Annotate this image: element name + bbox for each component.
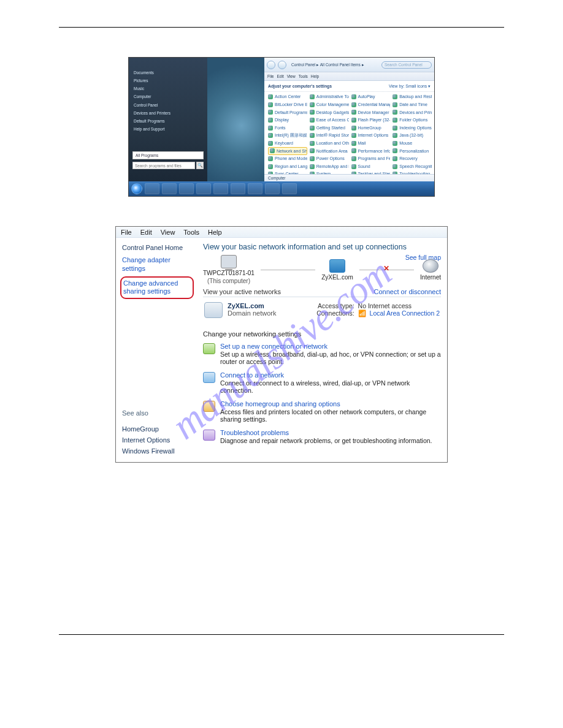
- start-search-input[interactable]: [132, 162, 195, 169]
- control-panel-item[interactable]: Getting Started: [310, 124, 349, 132]
- control-panel-item[interactable]: Administrative Tools: [310, 93, 349, 101]
- view-by-dropdown[interactable]: View by: Small icons ▾: [389, 84, 431, 88]
- menu-item[interactable]: Help: [208, 229, 222, 236]
- start-menu-item[interactable]: Documents: [132, 69, 204, 77]
- control-panel-item[interactable]: Intel(R) 圖形和媒體: [268, 132, 307, 140]
- all-programs[interactable]: All Programs: [132, 151, 204, 159]
- breadcrumb[interactable]: Control Panel ▸ All Control Panel Items …: [289, 63, 379, 67]
- networking-option-item[interactable]: Connect to a networkConnect or reconnect…: [203, 371, 441, 394]
- control-panel-item[interactable]: Display: [268, 116, 307, 124]
- control-panel-item[interactable]: Notification Area Icons: [310, 147, 349, 155]
- control-panel-item[interactable]: Folder Options: [393, 116, 432, 124]
- control-panel-item[interactable]: HomeGroup: [351, 124, 391, 132]
- start-menu-item[interactable]: Control Panel: [132, 101, 204, 109]
- start-menu-item[interactable]: Devices and Printers: [132, 109, 204, 117]
- start-menu-item[interactable]: Help and Support: [132, 125, 204, 133]
- taskbar-pin[interactable]: [265, 183, 280, 194]
- option-description: Set up a wireless, broadband, dial-up, a…: [220, 351, 441, 365]
- control-panel-item[interactable]: Ease of Access Center: [310, 116, 349, 124]
- control-panel-item[interactable]: Speech Recognition: [393, 162, 432, 170]
- change-adapter-settings-link[interactable]: Change adapter settings: [122, 256, 192, 273]
- map-node-computer: TWPCZT01871-01 (This computer): [203, 255, 255, 284]
- taskbar-pin[interactable]: [145, 183, 159, 194]
- control-panel-item[interactable]: Fonts: [268, 124, 307, 132]
- taskbar[interactable]: [129, 181, 434, 196]
- control-panel-item[interactable]: Devices and Printers: [393, 108, 432, 116]
- see-also-windows-firewall[interactable]: Windows Firewall: [122, 447, 192, 455]
- menu-item[interactable]: Edit: [140, 229, 152, 236]
- taskbar-pin[interactable]: [248, 183, 262, 194]
- start-menu-item[interactable]: Default Programs: [132, 117, 204, 125]
- menu-item[interactable]: View: [161, 229, 175, 236]
- start-menu-item[interactable]: Music: [132, 85, 204, 93]
- taskbar-pin[interactable]: [196, 183, 211, 194]
- connection-link[interactable]: Local Area Connection 2: [370, 309, 440, 317]
- network-badge-icon: [204, 302, 223, 318]
- control-panel-item[interactable]: Sound: [351, 162, 391, 170]
- taskbar-pin[interactable]: [282, 183, 297, 194]
- menu-item[interactable]: Tools: [183, 229, 199, 236]
- cp-item-icon: [393, 118, 397, 123]
- menu-bar[interactable]: FileEditViewToolsHelp: [116, 227, 447, 238]
- window-search-input[interactable]: Search Control Panel: [381, 61, 432, 69]
- menu-item[interactable]: Tools: [299, 74, 308, 78]
- control-panel-item[interactable]: Indexing Options: [393, 124, 432, 132]
- control-panel-item[interactable]: AutoPlay: [351, 93, 391, 101]
- control-panel-item[interactable]: Location and Other Sensors: [310, 140, 349, 148]
- control-panel-item[interactable]: Phone and Modem: [268, 155, 307, 163]
- control-panel-item[interactable]: Color Management: [310, 101, 349, 109]
- menu-item[interactable]: File: [267, 74, 274, 78]
- control-panel-item[interactable]: Internet Options: [351, 132, 391, 140]
- nav-forward-button[interactable]: [278, 61, 286, 69]
- control-panel-item[interactable]: Keyboard: [268, 140, 307, 148]
- control-panel-item[interactable]: Intel® Rapid Storage Technology: [310, 132, 349, 140]
- control-panel-item[interactable]: Flash Player (32-bit): [351, 116, 391, 124]
- control-panel-item[interactable]: Device Manager: [351, 108, 391, 116]
- control-panel-item[interactable]: Performance Information and Tools: [351, 147, 391, 155]
- control-panel-item[interactable]: Programs and Features: [351, 155, 391, 163]
- see-also-homegroup[interactable]: HomeGroup: [122, 425, 192, 433]
- start-menu-item[interactable]: Computer: [132, 93, 204, 100]
- control-panel-home-link[interactable]: Control Panel Home: [122, 244, 192, 251]
- control-panel-item[interactable]: Backup and Restore: [393, 93, 432, 101]
- see-full-map-link[interactable]: See full map: [405, 254, 441, 261]
- see-also-internet-options[interactable]: Internet Options: [122, 436, 192, 444]
- start-menu-item[interactable]: Pictures: [132, 77, 204, 85]
- taskbar-pin[interactable]: [162, 183, 177, 194]
- menu-item[interactable]: Edit: [277, 74, 283, 78]
- control-panel-item[interactable]: Java (32-bit): [393, 132, 432, 140]
- cp-item-icon: [393, 94, 397, 99]
- menu-item[interactable]: Help: [311, 74, 319, 78]
- control-panel-item[interactable]: Recovery: [393, 155, 432, 163]
- control-panel-item[interactable]: Credential Manager: [351, 101, 391, 109]
- menu-item[interactable]: File: [121, 229, 132, 236]
- control-panel-item[interactable]: Action Center: [268, 93, 307, 101]
- start-search-go[interactable]: 🔍: [196, 162, 204, 169]
- control-panel-item[interactable]: Power Options: [310, 155, 349, 163]
- control-panel-item[interactable]: RemoteApp and Desktop Connections: [310, 162, 349, 170]
- change-networking-header: Change your networking settings: [203, 330, 441, 338]
- cp-item-label: Desktop Gadgets: [316, 110, 349, 115]
- control-panel-item[interactable]: BitLocker Drive Encryption: [268, 101, 307, 109]
- networking-option-item[interactable]: Troubleshoot problemsDiagnose and repair…: [203, 429, 441, 444]
- menu-item[interactable]: View: [287, 74, 296, 78]
- control-panel-item[interactable]: Mouse: [393, 140, 432, 148]
- networking-option-item[interactable]: Set up a new connection or networkSet up…: [203, 343, 441, 365]
- control-panel-item[interactable]: Personalization: [393, 147, 432, 155]
- control-panel-item[interactable]: Default Programs: [268, 108, 307, 116]
- nav-back-button[interactable]: [267, 61, 275, 69]
- taskbar-pin[interactable]: [213, 183, 228, 194]
- taskbar-pin[interactable]: [231, 183, 245, 194]
- start-orb-icon[interactable]: [131, 183, 142, 194]
- control-panel-item[interactable]: Mail: [351, 140, 391, 148]
- control-panel-item[interactable]: Region and Language: [268, 162, 307, 170]
- connect-disconnect-link[interactable]: Connect or disconnect: [374, 288, 441, 295]
- networking-option-item[interactable]: Choose homegroup and sharing optionsAcce…: [203, 400, 441, 423]
- taskbar-pin[interactable]: [179, 183, 194, 194]
- cp-item-icon: [351, 126, 356, 131]
- change-advanced-sharing-link[interactable]: Change advanced sharing settings: [123, 279, 191, 297]
- control-panel-item[interactable]: Date and Time: [393, 101, 432, 109]
- control-panel-item[interactable]: Desktop Gadgets: [310, 108, 349, 116]
- control-panel-item[interactable]: Network and Sharing Center: [268, 147, 307, 155]
- menu-bar[interactable]: FileEditViewToolsHelp: [264, 72, 434, 81]
